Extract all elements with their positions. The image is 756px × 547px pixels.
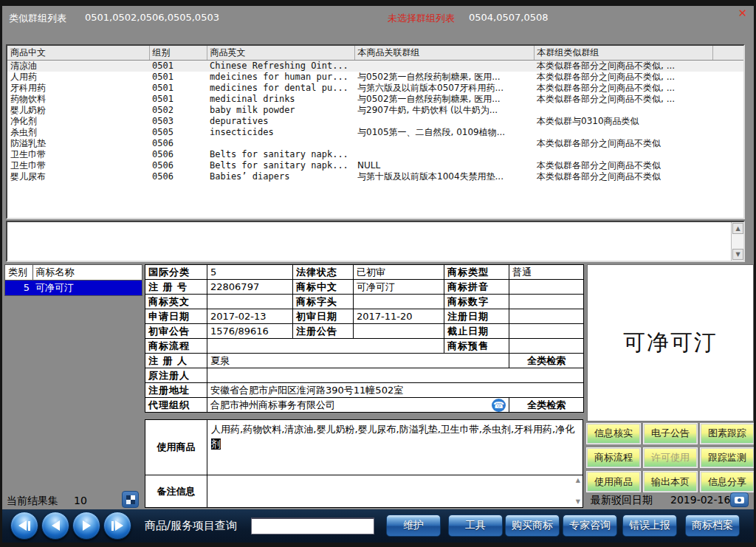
first-record-button[interactable] [10, 512, 38, 540]
table-cell: 本类似群各部分之间商品不类似, ... [534, 94, 712, 105]
legal-status-value: 已初审 [354, 265, 444, 280]
goods-row[interactable]: 婴儿尿布0506Babies’ diapers与第十版及以前版本1004失禁用垫… [7, 171, 743, 182]
e-gazette-button[interactable]: 电子公告 [644, 424, 697, 444]
table-cell: 与0502第一自然段药制糖果, 医用... [354, 94, 534, 105]
table-cell: 0503 [149, 116, 207, 127]
action-buttons-grid: 信息核实 电子公告 图素跟踪 商标流程 许可使用 跟踪监测 使用商品 输出本页 … [587, 424, 754, 492]
table-cell: 卫生巾带 [7, 160, 149, 171]
first-record-bar [28, 521, 30, 531]
goods-row[interactable]: 牙科用药0501medicines for dental pu...与第六版及以… [7, 83, 743, 94]
error-report-button[interactable]: 错误上报 [622, 515, 677, 537]
tm-prefix-label: 商标字头 [293, 295, 354, 309]
table-cell: 0502 [149, 105, 207, 116]
col-header-goods-en[interactable]: 商品英文 [207, 46, 354, 60]
result-list-header-row: 类别 商标名称 [5, 265, 142, 280]
rejection-date-label: 最新驳回日期 [591, 494, 653, 507]
phone-icon[interactable]: ☎ [492, 399, 506, 412]
detail-scrollbar[interactable]: ▲ ▼ [731, 222, 743, 261]
table-cell: 本类似群各部分之间商品不类似 [534, 160, 712, 171]
trademark-result-list: 类别 商标名称 5 可净可汀 [4, 264, 142, 296]
reg-gazette-label: 注册公告 [293, 324, 354, 339]
similar-groups-value: 0501,0502,0506,0505,0503 [85, 12, 219, 23]
reg-date-label: 注册日期 [444, 309, 509, 324]
goods-row[interactable]: 净化剂0503depuratives本类似群与0310商品类似 [7, 116, 743, 127]
table-cell: 0501 [149, 94, 207, 105]
table-cell [534, 105, 712, 116]
trademark-archive-button[interactable]: 商标档案 [685, 515, 740, 537]
camera-icon[interactable] [730, 492, 749, 507]
table-cell: mdeicines for human pur... [207, 72, 354, 83]
info-verify-button[interactable]: 信息核实 [587, 424, 640, 444]
table-cell: depuratives [207, 116, 354, 127]
registrant-full-search-link[interactable]: 全类检索 [509, 354, 584, 368]
col-header-related-groups[interactable]: 本商品关联群组 [354, 46, 534, 60]
trademark-image-preview: 可净可汀 [587, 264, 754, 422]
rejection-date-value: 2019-02-16 [670, 494, 730, 506]
review-date-label: 初审日期 [293, 309, 354, 324]
col-header-tm-name[interactable]: 商标名称 [32, 265, 142, 280]
col-header-goods-cn[interactable]: 商品中文 [7, 46, 149, 60]
table-cell [207, 138, 354, 149]
goods-service-search-label: 商品/服务项目查询 [145, 519, 237, 533]
col-header-class[interactable]: 类别 [5, 265, 32, 280]
goods-row[interactable]: 人用药0501mdeicines for human pur...与0502第一… [7, 72, 743, 83]
goods-row[interactable]: 卫生巾带0506Belts for sanitary napk... [7, 149, 743, 160]
license-use-button[interactable]: 许可使用 [644, 448, 697, 468]
goods-in-use-button[interactable]: 使用商品 [587, 472, 640, 492]
table-cell [712, 72, 743, 83]
goods-row[interactable]: 防溢乳垫0506本类似群各部分之间商品不类似 [7, 138, 743, 149]
result-row-selected[interactable]: 5 可净可汀 [5, 280, 142, 295]
group-detail-panel: ▲ ▼ [6, 221, 745, 262]
table-cell: 防溢乳垫 [7, 138, 149, 149]
last-record-button[interactable] [103, 512, 131, 540]
grid-icon[interactable] [122, 491, 139, 508]
table-cell: baby milk powder [207, 105, 354, 116]
goods-in-use-value[interactable]: 人用药,药物饮料,清凉油,婴儿奶粉,婴儿尿布,防溢乳垫,卫生巾带,杀虫剂,牙科用… [207, 420, 583, 475]
col-header-group[interactable]: 组别 [149, 46, 207, 60]
result-name-cell: 可净可汀 [32, 280, 142, 295]
scroll-up-icon[interactable]: ▲ [732, 223, 743, 234]
result-set-count: 10 [74, 495, 87, 506]
reg-no-label: 注 册 号 [145, 280, 207, 295]
tools-button[interactable]: 工具 [448, 515, 503, 537]
goods-row[interactable]: 杀虫剂0505insecticides与0105第一、二自然段, 0109植物.… [7, 127, 743, 138]
next-record-icon [83, 520, 91, 531]
next-record-button[interactable] [72, 512, 100, 540]
goods-row[interactable]: 卫生巾带0506Belts for sanitary napk...NULL本类… [7, 160, 743, 171]
agency-full-search-link[interactable]: 全类检索 [509, 398, 584, 413]
tm-pinyin-label: 商标拼音 [444, 280, 509, 295]
info-share-button[interactable]: 信息分享 [701, 472, 754, 492]
previous-record-button[interactable] [41, 512, 69, 540]
unselected-groups-value: 0504,0507,0508 [469, 12, 549, 23]
table-cell: 药物饮料 [7, 94, 149, 105]
scroll-down-icon[interactable]: ▼ [732, 249, 743, 260]
export-page-button[interactable]: 输出本页 [644, 472, 697, 492]
table-cell: 与第十版及以前版本1004失禁用垫... [354, 171, 534, 182]
remarks-value[interactable]: ▲ ▼ [207, 475, 583, 507]
close-icon[interactable]: ✕ [738, 8, 747, 19]
goods-row[interactable]: 清凉油0501Chinese Refreshing Oint...本类似群各部分… [7, 60, 743, 72]
goods-row[interactable]: 婴儿奶粉0502baby milk powder与2907牛奶, 牛奶饮料 (以… [7, 105, 743, 116]
image-track-button[interactable]: 图素跟踪 [701, 424, 754, 444]
goods-service-search-input[interactable] [251, 517, 374, 534]
tm-digit-label: 商标数字 [444, 295, 509, 309]
remarks-scroll-up-icon[interactable]: ▲ [576, 478, 580, 484]
goods-row[interactable]: 药物饮料0501medicinal drinks与0502第一自然段药制糖果, … [7, 94, 743, 105]
apply-date-value: 2017-02-13 [207, 309, 293, 324]
reg-no-value: 22806797 [207, 280, 293, 295]
legal-status-label: 法律状态 [293, 265, 354, 280]
maintain-button[interactable]: 维护 [386, 515, 441, 537]
process-label: 商标流程 [145, 339, 207, 354]
trademark-detail-form: 国际分类 5 法律状态 已初审 商标类型 普通 注 册 号 22806797 商… [145, 264, 584, 413]
tm-process-button[interactable]: 商标流程 [587, 448, 640, 468]
table-cell: 0501 [149, 83, 207, 94]
track-monitor-button[interactable]: 跟踪监测 [701, 448, 754, 468]
expert-consult-button[interactable]: 专家咨询 [563, 515, 617, 537]
buy-trademark-button[interactable]: 购买商标 [505, 515, 560, 537]
col-header-similar-groups[interactable]: 本群组类似群组 [534, 46, 712, 60]
table-cell: Chinese Refreshing Oint... [207, 60, 354, 72]
remarks-scroll-down-icon[interactable]: ▼ [576, 499, 580, 505]
review-date-value: 2017-11-20 [354, 309, 444, 324]
goods-header-row: 商品中文 组别 商品英文 本商品关联群组 本群组类似群组 [7, 46, 743, 60]
table-cell: 本类似群各部分之间商品不类似, ... [534, 83, 712, 94]
